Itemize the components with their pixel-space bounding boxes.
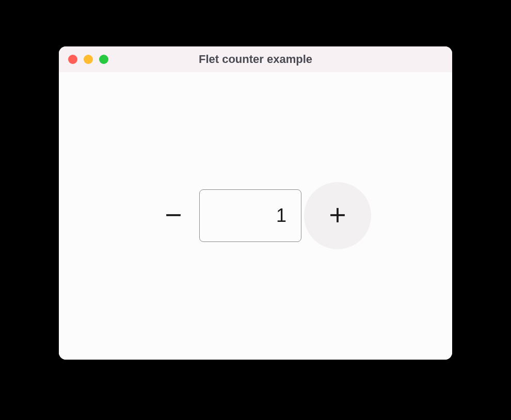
- window-title: Flet counter example: [199, 53, 312, 66]
- close-button[interactable]: [68, 55, 77, 64]
- counter-row: [140, 182, 371, 249]
- titlebar: Flet counter example: [59, 46, 452, 72]
- increment-button[interactable]: [304, 182, 371, 249]
- minus-icon: [164, 206, 183, 226]
- window-content: [59, 72, 452, 360]
- zoom-button[interactable]: [99, 55, 108, 64]
- plus-icon: [328, 206, 347, 226]
- counter-input[interactable]: [199, 189, 301, 242]
- minimize-button[interactable]: [84, 55, 93, 64]
- app-window: Flet counter example: [59, 46, 452, 360]
- decrement-button[interactable]: [140, 182, 207, 249]
- traffic-lights: [68, 55, 108, 64]
